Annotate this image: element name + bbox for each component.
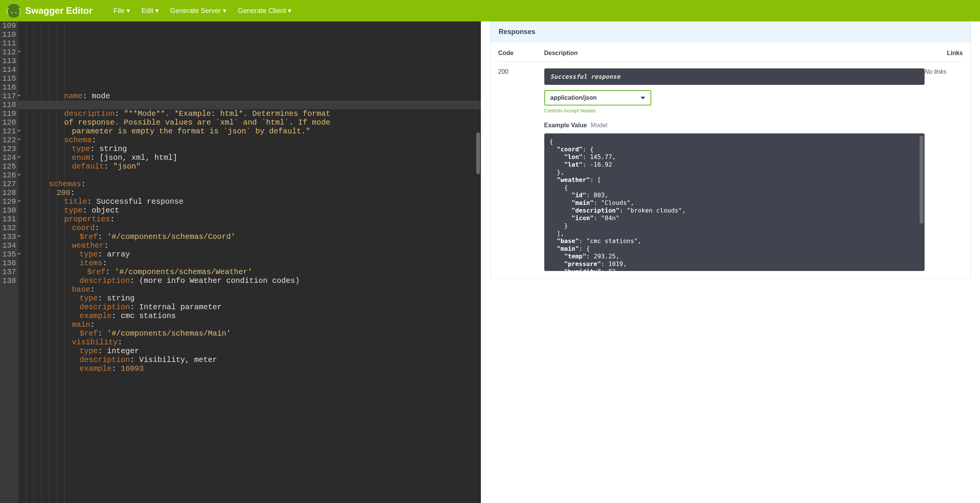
menu-generate-client[interactable]: Generate Client ▾ bbox=[238, 6, 291, 15]
tab-model[interactable]: Model bbox=[591, 122, 608, 129]
media-type-select[interactable]: application/json bbox=[544, 90, 651, 105]
example-model-tabs: Example Value Model bbox=[544, 122, 925, 129]
editor-scrollbar[interactable] bbox=[475, 21, 481, 503]
code-area[interactable]: name: modein: querydescription: "**Mode*… bbox=[18, 21, 480, 503]
response-links: No links bbox=[925, 68, 963, 271]
response-description: Successful response application/json Con… bbox=[544, 68, 925, 271]
responses-header-row: Code Description Links bbox=[498, 50, 963, 62]
responses-tab: Responses bbox=[490, 21, 971, 42]
app-title: Swagger Editor bbox=[25, 5, 92, 16]
main-menus: File ▾ Edit ▾ Generate Server ▾ Generate… bbox=[114, 6, 291, 15]
preview-pane[interactable]: Responses Code Description Links 200 Suc… bbox=[481, 21, 980, 503]
response-row-200: 200 Successful response application/json… bbox=[498, 68, 963, 271]
line-gutter: 1091101111121131141151161171181191201211… bbox=[0, 21, 18, 503]
menu-file[interactable]: File ▾ bbox=[114, 6, 130, 15]
example-json-content: { "coord": { "lon": 145.77, "lat": -16.9… bbox=[550, 138, 686, 271]
menu-edit[interactable]: Edit ▾ bbox=[141, 6, 159, 15]
col-desc: Description bbox=[544, 50, 925, 57]
yaml-editor[interactable]: 1091101111121131141151161171181191201211… bbox=[0, 21, 481, 503]
example-scrollbar[interactable] bbox=[920, 136, 923, 224]
accept-header-note: Controls Accept header. bbox=[544, 108, 925, 114]
logo-icon: {..} bbox=[7, 4, 21, 18]
col-code: Code bbox=[498, 50, 544, 57]
responses-title: Responses bbox=[499, 28, 963, 36]
menu-generate-server[interactable]: Generate Server ▾ bbox=[170, 6, 226, 15]
response-code: 200 bbox=[498, 68, 544, 271]
col-links: Links bbox=[925, 50, 963, 57]
logo: {..} Swagger Editor bbox=[7, 4, 92, 18]
topbar: {..} Swagger Editor File ▾ Edit ▾ Genera… bbox=[0, 0, 980, 21]
example-json-block[interactable]: { "coord": { "lon": 145.77, "lat": -16.9… bbox=[544, 133, 925, 271]
chevron-down-icon bbox=[641, 97, 645, 99]
media-type-value: application/json bbox=[550, 94, 597, 101]
response-description-text: Successful response bbox=[544, 68, 925, 85]
tab-example-value[interactable]: Example Value bbox=[544, 122, 587, 129]
responses-container: Code Description Links 200 Successful re… bbox=[490, 42, 971, 279]
content: 1091101111121131141151161171181191201211… bbox=[0, 21, 980, 503]
